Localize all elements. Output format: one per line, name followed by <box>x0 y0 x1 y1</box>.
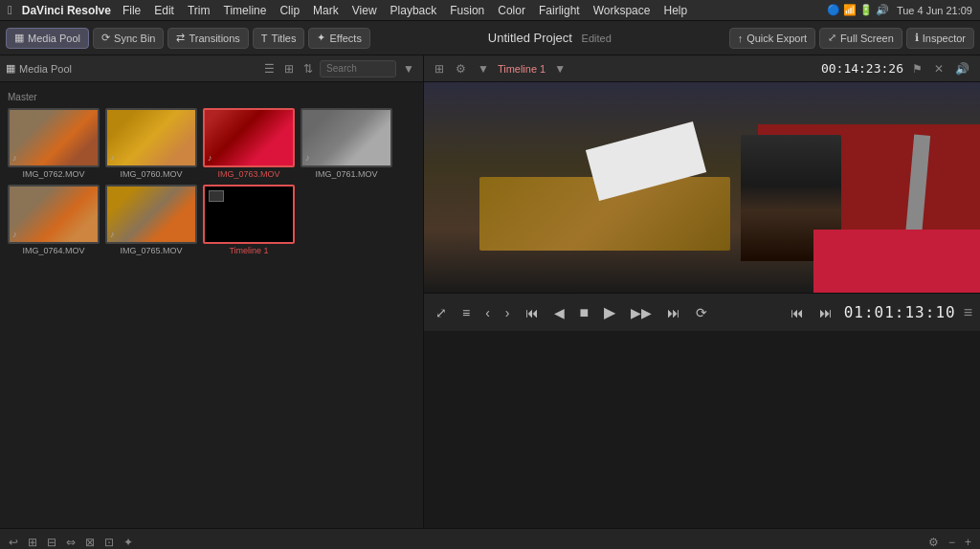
loop-button[interactable]: ⟳ <box>692 303 711 322</box>
list-item[interactable]: ♪ IMG_0765.MOV <box>105 185 197 255</box>
menu-items: File Edit Trim Timeline Clip Mark View P… <box>122 4 687 17</box>
titles-button[interactable]: T Titles <box>253 28 305 49</box>
transitions-icon: ⇄ <box>176 32 185 44</box>
viewer-dropdown2-button[interactable]: ▼ <box>551 61 568 77</box>
transport-bar: ⤢ ≡ ‹ › ⏮ ◀ ■ ▶ ▶▶ ⏭ ⟳ ⏮ ⏭ 01:01:13:10 ≡ <box>424 293 980 331</box>
audio-icon: ♪ <box>12 230 17 239</box>
menu-playback[interactable]: Playback <box>390 4 437 17</box>
quick-export-button[interactable]: ↑ Quick Export <box>729 28 815 49</box>
viewer-timecode: 00:14:23:26 <box>821 61 903 76</box>
media-pool-icon: ▦ <box>14 32 24 44</box>
menu-fusion[interactable]: Fusion <box>450 4 484 17</box>
project-title-area: Untitled Project Edited <box>374 31 725 45</box>
timeline-tool-3[interactable]: ⊟ <box>44 535 59 550</box>
menu-fairlight[interactable]: Fairlight <box>539 4 580 17</box>
list-item[interactable]: ♪ IMG_0761.MOV <box>301 108 392 179</box>
quick-export-icon: ↑ <box>738 33 744 44</box>
list-view-button[interactable]: ☰ <box>261 61 278 77</box>
list-item[interactable]: Timeline 1 <box>203 185 295 255</box>
inspector-button[interactable]: ℹ Inspector <box>906 28 974 49</box>
toolbar: ▦ Media Pool ⟳ Sync Bin ⇄ Transitions T … <box>0 21 980 55</box>
menu-view[interactable]: View <box>352 4 377 17</box>
viewer-flag-button[interactable]: ⚑ <box>909 61 925 77</box>
effects-button[interactable]: ✦ Effects <box>308 28 369 49</box>
clock: Tue 4 Jun 21:09 <box>897 5 972 16</box>
sort-button[interactable]: ⇅ <box>301 61 316 77</box>
full-screen-icon: ⤢ <box>828 32 836 44</box>
timeline-zoom-out[interactable]: − <box>946 535 958 550</box>
stop-button[interactable]: ■ <box>576 302 593 323</box>
viewer-audio-button[interactable]: 🔊 <box>952 61 972 77</box>
grid-view-button[interactable]: ⊞ <box>281 61 297 77</box>
viewer-settings-button[interactable]: ⚙ <box>453 61 469 77</box>
clip-trim-button[interactable]: ≡ <box>458 303 474 322</box>
marker-in-button[interactable]: ⏮ <box>787 303 808 322</box>
project-edited-label: Edited <box>582 33 612 44</box>
timeline-section: ↩ ⊞ ⊟ ⇔ ⊠ ⊡ ✦ ⚙ − + V1 🔒 01:00:00:00 <box>0 528 980 549</box>
timeline-tool-7[interactable]: ✦ <box>121 535 136 550</box>
marker-out-button[interactable]: ⏭ <box>815 303 836 322</box>
menu-edit[interactable]: Edit <box>154 4 174 17</box>
list-item[interactable]: ♪ IMG_0760.MOV <box>105 108 197 179</box>
chevron-left-button[interactable]: ‹ <box>481 303 494 322</box>
viewer-zoom-button[interactable]: ✕ <box>931 61 947 77</box>
skip-fwd-button[interactable]: ⏭ <box>663 303 684 322</box>
media-pool-button[interactable]: ▦ Media Pool <box>6 28 89 49</box>
audio-icon: ♪ <box>12 153 17 163</box>
timeline-zoom-in[interactable]: + <box>962 535 974 550</box>
menu-bar-right: 🔵 📶 🔋 🔊 Tue 4 Jun 21:09 <box>827 4 972 16</box>
prev-frame-button[interactable]: ◀ <box>550 303 568 322</box>
list-item[interactable]: ♪ IMG_0762.MOV <box>8 108 100 179</box>
sync-bin-icon: ⟳ <box>101 32 110 44</box>
play-button[interactable]: ▶ <box>600 301 619 323</box>
toolbar-right: ↑ Quick Export ⤢ Full Screen ℹ Inspector <box>729 28 974 49</box>
timeline-tool-5[interactable]: ⊠ <box>82 535 98 550</box>
timeline-tool-6[interactable]: ⊡ <box>101 535 117 550</box>
media-pool-toolbar: ▦ Media Pool ☰ ⊞ ⇅ ▼ <box>0 55 423 82</box>
next-frame-button[interactable]: ▶▶ <box>627 303 656 322</box>
transitions-button[interactable]: ⇄ Transitions <box>167 28 248 49</box>
menu-bar:  DaVinci Resolve File Edit Trim Timelin… <box>0 0 980 21</box>
media-search-input[interactable] <box>320 60 396 77</box>
sync-bin-button[interactable]: ⟳ Sync Bin <box>93 28 164 49</box>
menu-clip[interactable]: Clip <box>279 4 300 17</box>
menu-help[interactable]: Help <box>663 4 687 17</box>
clip-name: IMG_0761.MOV <box>301 169 392 179</box>
timeline-tool-2[interactable]: ⊞ <box>25 535 40 550</box>
left-panel: ▦ Media Pool ☰ ⊞ ⇅ ▼ Master ♪ IMG_0762.M… <box>0 55 424 528</box>
system-icons: 🔵 📶 🔋 🔊 <box>827 4 889 16</box>
jkl-controls-button[interactable]: ⤢ <box>432 303 451 322</box>
audio-icon: ♪ <box>208 153 212 163</box>
chevron-right-button[interactable]: › <box>501 303 514 322</box>
menu-mark[interactable]: Mark <box>313 4 339 17</box>
clip-name: IMG_0760.MOV <box>105 169 197 179</box>
media-pool-title: Media Pool <box>19 63 72 75</box>
app-name: DaVinci Resolve <box>22 4 111 17</box>
titles-icon: T <box>261 33 268 44</box>
media-grid: Master ♪ IMG_0762.MOV ♪ IMG_0760.MOV ♪ I… <box>0 82 423 528</box>
menu-color[interactable]: Color <box>498 4 525 17</box>
timeline-tool-1[interactable]: ↩ <box>6 535 21 550</box>
viewer-options-button[interactable]: ⊞ <box>432 61 447 77</box>
menu-workspace[interactable]: Workspace <box>593 4 651 17</box>
menu-trim[interactable]: Trim <box>188 4 211 17</box>
audio-icon: ♪ <box>305 153 310 163</box>
list-item[interactable]: ♪ IMG_0764.MOV <box>8 185 100 255</box>
list-item[interactable]: ♪ IMG_0763.MOV <box>203 108 295 179</box>
viewer-dropdown-button[interactable]: ▼ <box>475 61 492 77</box>
filter-button[interactable]: ▼ <box>400 61 417 77</box>
clip-name: Timeline 1 <box>203 246 295 255</box>
full-screen-button[interactable]: ⤢ Full Screen <box>819 28 902 49</box>
media-pool-icon2: ▦ <box>6 62 15 75</box>
transport-menu-button[interactable]: ≡ <box>964 304 972 321</box>
menu-file[interactable]: File <box>122 4 141 17</box>
timeline-tool-4[interactable]: ⇔ <box>63 535 78 550</box>
skip-back-button[interactable]: ⏮ <box>522 303 543 322</box>
timeline-settings-button[interactable]: ⚙ <box>925 535 942 550</box>
inspector-icon: ℹ <box>915 32 919 44</box>
menu-timeline[interactable]: Timeline <box>224 4 267 17</box>
media-pool-toolbar-right: ☰ ⊞ ⇅ ▼ <box>261 60 417 77</box>
menu-bar-left:  DaVinci Resolve <box>8 3 111 17</box>
timeline-viewer-label: Timeline 1 <box>498 63 546 75</box>
clip-name: IMG_0762.MOV <box>8 169 100 179</box>
